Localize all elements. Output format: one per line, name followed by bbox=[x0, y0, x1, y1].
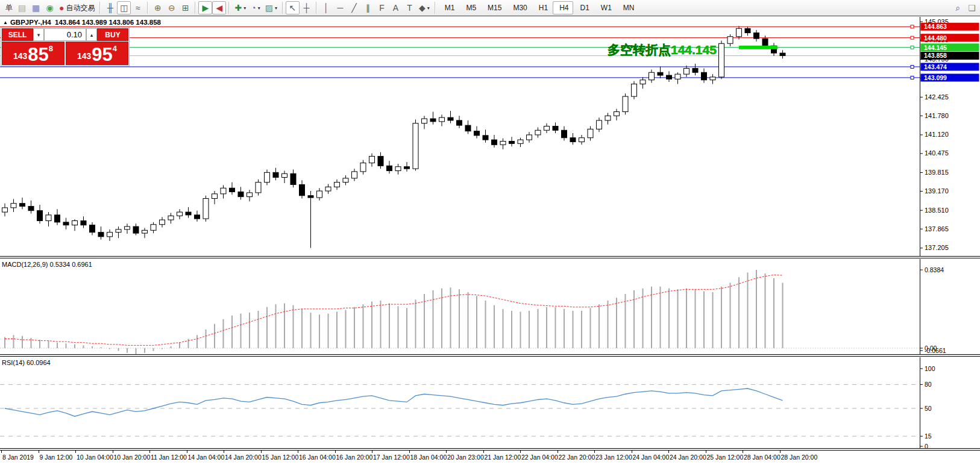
channel-icon[interactable]: ∥ bbox=[361, 1, 375, 14]
macd-signal-line bbox=[5, 275, 783, 345]
line-handle[interactable] bbox=[911, 25, 914, 28]
time-tick bbox=[409, 451, 410, 453]
candlestick bbox=[684, 69, 689, 75]
volume-increase-button[interactable]: ▴ bbox=[86, 28, 97, 41]
vertical-line-icon[interactable]: │ bbox=[319, 1, 333, 14]
line-handle[interactable] bbox=[911, 65, 914, 68]
time-axis-label: 22 Jan 04:00 bbox=[521, 454, 558, 461]
line-handle[interactable] bbox=[911, 76, 914, 79]
tf-m5[interactable]: M5 bbox=[459, 1, 481, 14]
tile-windows-icon[interactable]: ⊞ bbox=[178, 1, 192, 14]
indicators-button[interactable]: ✚▾ bbox=[232, 1, 248, 14]
time-axis-label: 16 Jan 04:00 bbox=[299, 454, 336, 461]
candlestick bbox=[535, 130, 541, 135]
candlestick bbox=[745, 28, 750, 33]
candlestick bbox=[28, 206, 34, 210]
line-chart-icon[interactable]: ≈ bbox=[131, 1, 145, 14]
arrows-icon[interactable]: ◆▾ bbox=[416, 1, 432, 14]
tf-h1[interactable]: H1 bbox=[532, 1, 553, 14]
rsi-pane[interactable]: 1008050150 bbox=[0, 357, 980, 449]
time-axis-label: 24 Jan 04:00 bbox=[633, 454, 670, 461]
candlestick bbox=[439, 117, 445, 122]
zoom-out-icon[interactable]: ⊖ bbox=[165, 1, 178, 14]
tf-m30[interactable]: M30 bbox=[506, 1, 532, 14]
candlestick bbox=[125, 226, 130, 229]
search-icon[interactable]: ⌕ bbox=[951, 1, 965, 14]
bar-chart-icon[interactable]: ╫ bbox=[103, 1, 117, 14]
autotrading-button-label: 自动交易 bbox=[66, 3, 95, 13]
one-click-trading-panel: SELL ▾ ▴ BUY 143 85 8 143 95 4 bbox=[1, 28, 129, 66]
price-chart-pane[interactable]: 145.035144.390143.730143.085142.425141.7… bbox=[0, 17, 980, 256]
tf-mn[interactable]: MN bbox=[617, 1, 639, 14]
volume-decrease-button[interactable]: ▾ bbox=[33, 28, 44, 41]
tf-w1[interactable]: W1 bbox=[594, 1, 617, 14]
sell-price-display[interactable]: 143 85 8 bbox=[2, 42, 64, 65]
candlestick bbox=[238, 192, 243, 196]
zoom-in-icon[interactable]: ⊕ bbox=[151, 1, 165, 14]
cursor-button[interactable]: ↖ bbox=[286, 1, 300, 14]
time-tick bbox=[446, 451, 447, 453]
price-tick-label: 137.205 bbox=[925, 244, 949, 251]
candlestick bbox=[133, 226, 139, 233]
collapse-icon[interactable]: ▲ bbox=[3, 20, 8, 25]
market-watch-icon[interactable]: ▤ bbox=[15, 1, 29, 14]
price-tick-label: 138.510 bbox=[925, 207, 949, 214]
price-tick-label: 140.475 bbox=[925, 149, 949, 157]
time-tick bbox=[706, 451, 706, 453]
candlestick bbox=[352, 172, 357, 178]
tf-m1[interactable]: M1 bbox=[438, 1, 460, 14]
candlestick bbox=[186, 212, 191, 215]
time-tick bbox=[75, 451, 76, 453]
autotrading-button[interactable]: ●自动交易 bbox=[57, 1, 97, 14]
periods-button[interactable]: ◔▾ bbox=[248, 1, 262, 14]
crosshair-button[interactable]: ┼ bbox=[300, 1, 313, 14]
price-tick-label: 142.425 bbox=[925, 93, 949, 101]
tf-d1[interactable]: D1 bbox=[573, 1, 594, 14]
line-handle[interactable] bbox=[911, 46, 914, 49]
tf-h4[interactable]: H4 bbox=[553, 1, 573, 14]
text-label-icon[interactable]: T bbox=[403, 1, 416, 14]
candlestick bbox=[614, 112, 620, 116]
candlestick-chart-icon[interactable]: ◫ bbox=[117, 1, 131, 14]
line-handle[interactable] bbox=[911, 36, 914, 39]
market-watch-icon: ▤ bbox=[18, 4, 26, 12]
auto-scroll-button[interactable]: ▶ bbox=[198, 1, 212, 14]
autotrading-button: ● bbox=[59, 4, 64, 12]
thick-trend-segment[interactable] bbox=[739, 46, 777, 49]
candlestick bbox=[81, 220, 86, 225]
candlestick bbox=[256, 183, 261, 193]
buy-button[interactable]: BUY bbox=[97, 28, 128, 41]
templates-button[interactable]: ▨▾ bbox=[263, 1, 280, 14]
chart-shift-button[interactable]: ◀ bbox=[212, 1, 226, 14]
price-badge-label: 144.145 bbox=[924, 44, 947, 51]
time-axis-label: 23 Jan 12:00 bbox=[595, 454, 632, 461]
time-tick bbox=[187, 451, 187, 453]
text-icon[interactable]: A bbox=[389, 1, 403, 14]
trendline-icon[interactable]: ╱ bbox=[347, 1, 361, 14]
fibonacci-icon[interactable]: F bbox=[375, 1, 389, 14]
toolbar-separator bbox=[99, 2, 101, 14]
price-badge-label: 143.858 bbox=[924, 52, 947, 59]
pane-splitter[interactable] bbox=[0, 354, 980, 357]
candlestick bbox=[588, 129, 593, 137]
volume-input[interactable] bbox=[44, 28, 86, 41]
horizontal-line-objects[interactable] bbox=[0, 27, 920, 78]
candlestick bbox=[72, 220, 78, 225]
sell-button[interactable]: SELL bbox=[2, 28, 33, 41]
navigator-icon[interactable]: ◉ bbox=[43, 1, 57, 14]
annotation-text[interactable]: 多空转折点144.145 bbox=[608, 43, 717, 57]
macd-indicator-label: MACD(12,26,9) 0.5334 0.6961 bbox=[2, 261, 92, 268]
new-order-button[interactable]: 单 bbox=[1, 1, 15, 14]
candlestick bbox=[762, 39, 768, 46]
horizontal-line-icon[interactable]: ─ bbox=[333, 1, 347, 14]
candlestick bbox=[343, 178, 348, 183]
pane-splitter[interactable] bbox=[0, 256, 980, 258]
candlestick bbox=[562, 130, 567, 137]
data-window-icon[interactable]: ▦ bbox=[29, 1, 43, 14]
buy-price-display[interactable]: 143 95 4 bbox=[66, 42, 128, 65]
macd-pane[interactable]: 0.83840.00-0.0661 bbox=[0, 259, 980, 354]
time-axis-label: 25 Jan 12:00 bbox=[707, 454, 744, 461]
chat-icon[interactable]: ❏ bbox=[965, 1, 979, 14]
buy-price-prefix: 143 bbox=[77, 51, 91, 61]
tf-m15[interactable]: M15 bbox=[481, 1, 506, 14]
